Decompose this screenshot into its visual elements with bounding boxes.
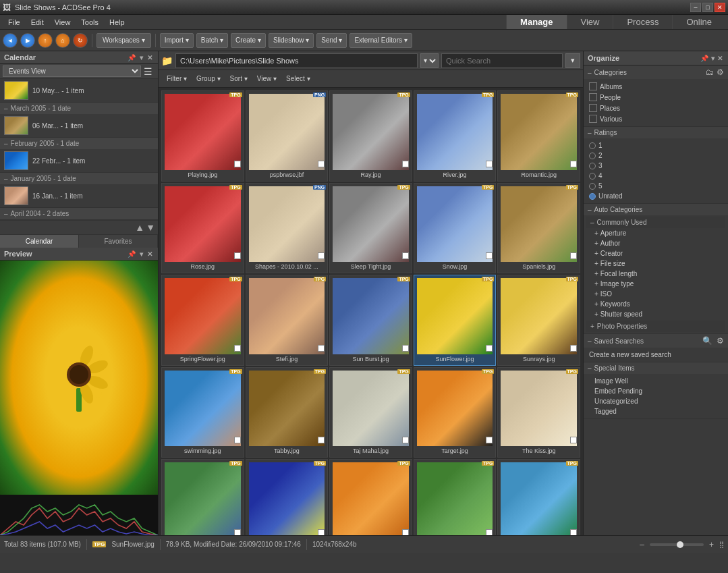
commonly-used-header[interactable]: – Commonly Used (586, 217, 725, 228)
categories-settings-icon[interactable]: ⚙ (717, 67, 724, 77)
cat-albums[interactable]: Albums (589, 81, 723, 92)
file-check-3[interactable] (486, 161, 493, 167)
rating-2-radio[interactable] (589, 153, 596, 159)
file-item-24[interactable]: TPG Tropical.jpg (497, 459, 580, 535)
calendar-pin[interactable]: 📌 (126, 54, 137, 61)
si-uncategorized[interactable]: Uncategorized (589, 396, 723, 406)
resize-handle[interactable]: ⣿ (719, 541, 724, 548)
file-check-19[interactable] (570, 437, 577, 443)
si-embed-pending[interactable]: Embed Pending (589, 386, 723, 396)
view-button[interactable]: View ▾ (253, 74, 281, 84)
select-button[interactable]: Select ▾ (282, 74, 314, 84)
auto-categories-header[interactable]: – Auto Categories (584, 204, 728, 215)
tab-manage[interactable]: Manage (506, 15, 566, 29)
ratings-header[interactable]: – Ratings (584, 127, 728, 138)
cat-various[interactable]: Various (589, 113, 723, 124)
cal-scroll-up[interactable]: ▲ (135, 222, 144, 233)
file-item-8[interactable]: TPG Snow.jpg (414, 183, 497, 274)
categories-new-icon[interactable]: 🗂 (706, 67, 714, 77)
calendar-close[interactable]: ✕ (146, 54, 154, 61)
cu-imagetype[interactable]: + Image type (586, 279, 725, 289)
tab-online[interactable]: Online (672, 15, 725, 29)
file-item-1[interactable]: PNG pspbrwse.jbf (246, 90, 329, 182)
rating-1-radio[interactable] (589, 142, 596, 149)
rating-2[interactable]: 2 (589, 151, 723, 161)
file-item-0[interactable]: TPG Playing.jpg (161, 90, 244, 182)
nav-forward-button[interactable]: ▶ (20, 33, 35, 48)
zoom-in-icon[interactable]: + (709, 540, 714, 549)
file-item-4[interactable]: TPG Romantic.jpg (497, 90, 580, 182)
workspaces-dropdown[interactable]: Workspaces ▾ (96, 33, 151, 48)
cat-albums-checkbox[interactable] (589, 82, 597, 90)
menu-help[interactable]: Help (104, 17, 130, 28)
nav-refresh-button[interactable]: ↻ (73, 33, 88, 48)
events-view-dropdown[interactable]: Events View (3, 65, 141, 77)
external-editors-button[interactable]: External Editors ▾ (349, 33, 412, 48)
nav-up-button[interactable]: ↑ (38, 33, 53, 48)
file-check-0[interactable] (234, 161, 241, 167)
file-item-12[interactable]: TPG Sun Burst.jpg (329, 275, 412, 366)
file-check-15[interactable] (234, 437, 241, 443)
group-button[interactable]: Group ▾ (192, 74, 225, 84)
file-item-19[interactable]: TPG The Kiss.jpg (497, 367, 580, 458)
filter-button[interactable]: Filter ▾ (163, 74, 191, 84)
file-item-3[interactable]: TPG River.jpg (414, 90, 497, 182)
file-item-11[interactable]: TPG Stefi.jpg (246, 275, 329, 366)
minimize-button[interactable]: – (690, 3, 701, 12)
file-check-11[interactable] (318, 345, 325, 352)
file-item-7[interactable]: TPG Sleep Tight.jpg (329, 183, 412, 274)
cu-iso[interactable]: + ISO (586, 289, 725, 299)
zoom-slider[interactable] (650, 543, 704, 546)
rating-unrated-radio[interactable] (589, 193, 596, 200)
sort-button[interactable]: Sort ▾ (226, 74, 252, 84)
cal-group-header-apr2004[interactable]: – April 2004 - 2 dates (0, 208, 158, 219)
file-check-23[interactable] (486, 529, 493, 535)
file-item-23[interactable]: TPG Trees.jpg (414, 459, 497, 535)
cat-people-checkbox[interactable] (589, 93, 597, 101)
file-check-16[interactable] (318, 437, 325, 443)
cat-various-checkbox[interactable] (589, 115, 597, 123)
preview-menu[interactable]: ▾ (138, 250, 144, 258)
organize-menu[interactable]: ▾ (710, 55, 716, 62)
saved-searches-new-icon[interactable]: 🔍 (702, 336, 712, 346)
file-check-4[interactable] (570, 161, 577, 167)
nav-back-button[interactable]: ◄ (3, 33, 18, 48)
cal-item-jan16[interactable]: 16 Jan... - 1 item (0, 184, 158, 207)
search-button[interactable]: ▾ (565, 53, 580, 68)
file-item-22[interactable]: TPG tilt.jpg (329, 459, 412, 535)
file-item-6[interactable]: PNG Shapes - 2010.10.02 ... (246, 183, 329, 274)
saved-searches-header[interactable]: – Saved Searches 🔍 ⚙ (584, 334, 728, 348)
si-image-well[interactable]: Image Well (589, 376, 723, 386)
file-check-12[interactable] (402, 345, 409, 352)
create-saved-search[interactable]: Create a new saved search (589, 350, 723, 360)
file-item-21[interactable]: TPG Thunder.jpg (246, 459, 329, 535)
file-check-9[interactable] (570, 252, 577, 259)
file-item-17[interactable]: TPG Taj Mahal.jpg (329, 367, 412, 458)
rating-3-radio[interactable] (589, 163, 596, 169)
file-check-5[interactable] (234, 252, 241, 259)
categories-header[interactable]: – Categories 🗂 ⚙ (584, 65, 728, 79)
special-items-header[interactable]: – Special Items (584, 362, 728, 374)
photo-properties-header[interactable]: + Photo Properties (586, 321, 725, 332)
zoom-thumb[interactable] (677, 541, 683, 548)
maximize-button[interactable]: □ (702, 3, 713, 12)
organize-pin[interactable]: 📌 (699, 55, 710, 62)
cal-item-feb22[interactable]: 22 Febr... - 1 item (0, 149, 158, 172)
cu-shutter[interactable]: + Shutter speed (586, 309, 725, 319)
saved-searches-settings-icon[interactable]: ⚙ (717, 336, 724, 346)
cal-group-header-feb2005[interactable]: – February 2005 - 1 date (0, 138, 158, 149)
path-dropdown[interactable]: ▾ (420, 53, 439, 68)
rating-unrated[interactable]: Unrated (589, 191, 723, 201)
rating-4-radio[interactable] (589, 173, 596, 180)
rating-3[interactable]: 3 (589, 161, 723, 171)
file-item-13[interactable]: TPG SunFlower.jpg (414, 275, 497, 366)
menu-tools[interactable]: Tools (76, 17, 104, 28)
file-item-14[interactable]: TPG Sunrays.jpg (497, 275, 580, 366)
cal-scroll-down[interactable]: ▼ (146, 222, 155, 233)
file-check-13[interactable] (486, 345, 493, 352)
cat-places-checkbox[interactable] (589, 104, 597, 112)
cu-focal[interactable]: + Focal length (586, 269, 725, 279)
tab-process[interactable]: Process (613, 15, 672, 29)
menu-file[interactable]: File (3, 17, 26, 28)
cu-creator[interactable]: + Creator (586, 248, 725, 258)
